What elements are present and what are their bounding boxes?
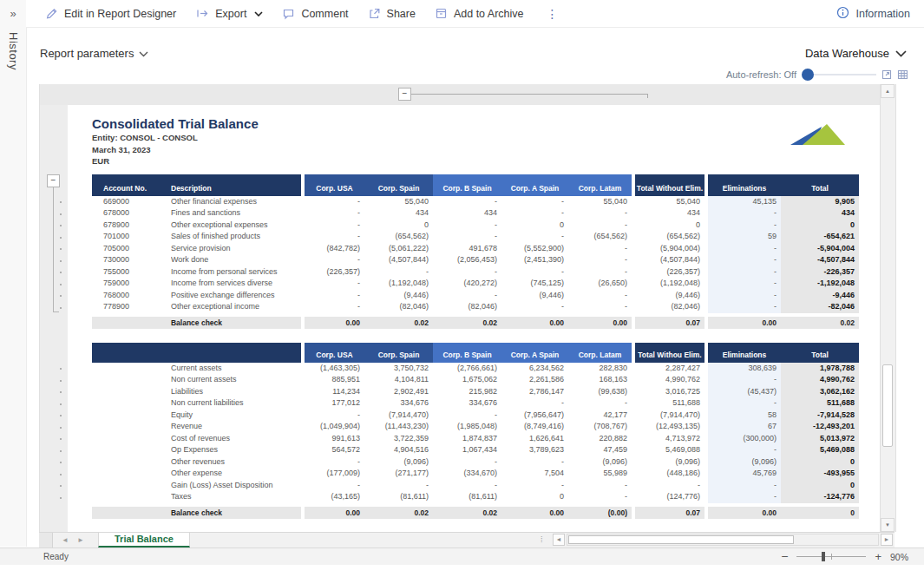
balance-check-value[interactable]: 0.00 (708, 507, 781, 519)
value-cell[interactable]: - (635, 480, 704, 492)
value-cell[interactable]: (9,096) (635, 456, 704, 469)
value-cell[interactable]: 0 (781, 480, 859, 492)
value-cell[interactable]: -226,357 (781, 266, 859, 279)
value-cell[interactable]: 4,104,811 (364, 374, 433, 386)
description-cell[interactable]: Fines and sanctions (171, 207, 301, 220)
value-cell[interactable]: (2,056,453) (433, 254, 501, 266)
value-cell[interactable]: - (568, 397, 632, 410)
column-header[interactable]: Description (171, 174, 301, 196)
description-cell[interactable]: Other exceptional expenses (171, 220, 301, 232)
value-cell[interactable]: (300,000) (708, 433, 781, 445)
description-cell[interactable]: Revenue (171, 421, 301, 433)
description-cell[interactable]: Taxes (171, 491, 301, 503)
value-cell[interactable]: - (305, 290, 364, 302)
zoom-slider[interactable] (796, 552, 866, 561)
account-cell[interactable] (92, 374, 171, 386)
account-cell[interactable]: 669000 (92, 196, 171, 208)
value-cell[interactable]: 1,978,788 (781, 363, 859, 375)
value-cell[interactable]: - (568, 266, 632, 279)
value-cell[interactable]: - (708, 374, 781, 386)
value-cell[interactable]: -124,776 (781, 491, 859, 503)
vertical-scrollbar[interactable]: ▲ ▼ (880, 84, 895, 532)
description-cell[interactable]: Other financial expenses (171, 196, 301, 208)
column-header[interactable]: Total (781, 174, 859, 196)
value-cell[interactable]: - (568, 491, 632, 503)
value-cell[interactable]: - (708, 243, 781, 255)
tab-split-grip[interactable]: ⁞ (541, 535, 543, 545)
hscroll-left-icon[interactable]: ◄ (553, 534, 565, 546)
description-cell[interactable]: Other revenues (171, 456, 301, 469)
value-cell[interactable]: (81,611) (433, 491, 501, 503)
column-header[interactable]: Eliminations (708, 343, 781, 363)
column-header[interactable]: Account No. (92, 174, 171, 196)
description-cell[interactable]: Income from services diverse (171, 278, 301, 290)
value-cell[interactable]: 45,135 (708, 196, 781, 208)
value-cell[interactable]: 3,789,623 (501, 444, 568, 456)
value-cell[interactable]: - (305, 196, 364, 208)
balance-check-value[interactable]: 0.02 (433, 317, 501, 329)
account-cell[interactable] (92, 363, 171, 375)
value-cell[interactable]: (26,650) (568, 278, 632, 290)
value-cell[interactable]: 220,882 (568, 433, 632, 445)
value-cell[interactable]: - (568, 254, 632, 266)
description-cell[interactable]: Income from personal services (171, 266, 301, 279)
column-header[interactable] (92, 343, 171, 363)
value-cell[interactable]: 282,830 (568, 363, 632, 375)
value-cell[interactable]: 1,675,062 (433, 374, 501, 386)
value-cell[interactable]: -9,446 (781, 290, 859, 302)
expand-panel-icon[interactable]: » (0, 7, 26, 20)
description-cell[interactable]: Non current liabilities (171, 397, 301, 410)
value-cell[interactable]: 511,688 (781, 397, 859, 410)
value-cell[interactable]: - (708, 266, 781, 279)
value-cell[interactable]: 0 (364, 220, 433, 232)
balance-check-value[interactable]: 0.07 (635, 507, 704, 519)
value-cell[interactable]: (4,507,844) (635, 254, 704, 266)
column-header[interactable]: Corp. A Spain (501, 174, 568, 196)
value-cell[interactable]: (9,446) (635, 290, 704, 302)
value-cell[interactable]: - (433, 456, 501, 469)
value-cell[interactable]: (1,049,904) (305, 421, 364, 433)
next-sheet-icon[interactable]: ► (74, 533, 88, 547)
account-cell[interactable]: 755000 (92, 266, 171, 279)
value-cell[interactable]: 434 (433, 207, 501, 220)
column-header[interactable]: Corp. USA (305, 174, 364, 196)
value-cell[interactable]: - (364, 480, 433, 492)
value-cell[interactable]: 4,713,972 (635, 433, 704, 445)
value-cell[interactable]: 3,016,725 (635, 386, 704, 398)
value-cell[interactable]: - (708, 278, 781, 290)
balance-check-value[interactable]: 0.00 (305, 507, 364, 519)
value-cell[interactable]: (1,192,048) (635, 278, 704, 290)
tab-trial-balance[interactable]: Trial Balance (98, 533, 190, 547)
value-cell[interactable]: 42,177 (568, 410, 632, 422)
value-cell[interactable]: 177,012 (305, 397, 364, 410)
value-cell[interactable]: - (305, 456, 364, 469)
value-cell[interactable]: - (433, 196, 501, 208)
value-cell[interactable]: - (433, 410, 501, 422)
data-warehouse-selector[interactable]: Data Warehouse (805, 47, 907, 60)
add-to-archive-button[interactable]: Add to Archive (435, 7, 524, 20)
value-cell[interactable]: (1,463,305) (305, 363, 364, 375)
hscroll-right-icon[interactable]: ► (881, 534, 893, 546)
value-cell[interactable]: (7,914,470) (364, 410, 433, 422)
column-header[interactable]: Corp. B Spain (433, 174, 501, 196)
value-cell[interactable]: 55,040 (568, 196, 632, 208)
value-cell[interactable]: 434 (635, 207, 704, 220)
value-cell[interactable]: 334,676 (433, 397, 501, 410)
value-cell[interactable]: 5,469,088 (781, 444, 859, 456)
value-cell[interactable]: - (305, 207, 364, 220)
value-cell[interactable]: (2,766,661) (433, 363, 501, 375)
information-button[interactable]: Information (836, 6, 924, 22)
value-cell[interactable]: 2,902,491 (364, 386, 433, 398)
value-cell[interactable]: (708,767) (568, 421, 632, 433)
value-cell[interactable]: 45,769 (708, 468, 781, 480)
description-cell[interactable]: Op Expenses (171, 444, 301, 456)
value-cell[interactable]: 334,676 (364, 397, 433, 410)
zoom-slider-thumb[interactable] (822, 552, 825, 561)
value-cell[interactable]: 2,261,586 (501, 374, 568, 386)
value-cell[interactable]: (82,046) (433, 301, 501, 313)
value-cell[interactable]: (5,061,222) (364, 243, 433, 255)
description-cell[interactable]: Positive exchange differences (171, 290, 301, 302)
value-cell[interactable]: 114,234 (305, 386, 364, 398)
balance-check-value[interactable]: 0.00 (305, 317, 364, 329)
report-parameters-toggle[interactable]: Report parameters (40, 47, 148, 60)
